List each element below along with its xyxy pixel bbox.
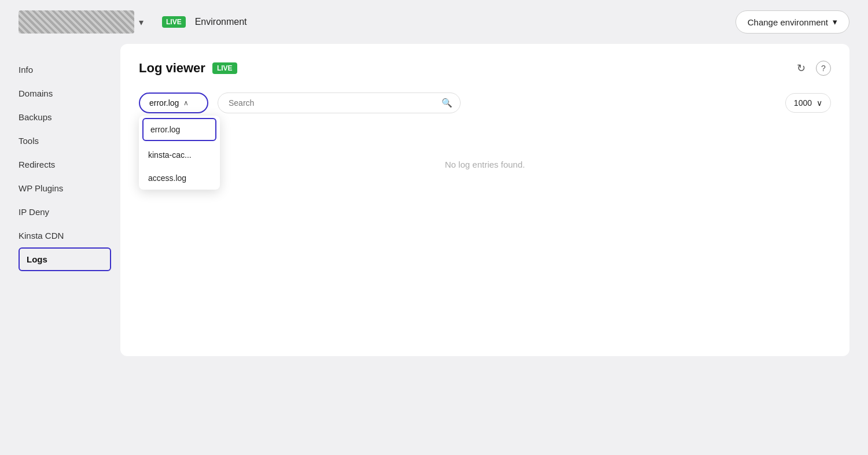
content-panel: Log viewer LIVE ↻ ? error.log ∧ error.lo… (120, 44, 849, 356)
file-dropdown-menu: error.log kinsta-cac... access.log (139, 116, 220, 190)
main-layout: Info Domains Backups Tools Redirects WP … (0, 44, 868, 356)
dropdown-item-access-log[interactable]: access.log (139, 167, 220, 190)
logo (19, 10, 134, 34)
sidebar-item-redirects[interactable]: Redirects (19, 153, 111, 176)
topbar: ▾ LIVE Environment Change environment ▾ (0, 0, 868, 44)
change-env-label: Change environment (748, 17, 828, 27)
file-selector-button[interactable]: error.log ∧ (139, 93, 208, 113)
page-title: Log viewer (139, 61, 205, 76)
logo-chevron-icon[interactable]: ▾ (139, 17, 144, 28)
sidebar-item-wp-plugins[interactable]: WP Plugins (19, 176, 111, 200)
sidebar: Info Domains Backups Tools Redirects WP … (19, 44, 111, 356)
header-icons: ↻ ? (793, 60, 831, 76)
search-input[interactable] (218, 93, 461, 113)
content-title-row: Log viewer LIVE (139, 61, 237, 76)
lines-selector[interactable]: 1000 ∨ (785, 93, 831, 113)
sidebar-item-ip-deny[interactable]: IP Deny (19, 200, 111, 224)
dropdown-item-kinsta-cache[interactable]: kinsta-cac... (139, 143, 220, 167)
content-live-badge: LIVE (212, 62, 237, 74)
sidebar-item-tools[interactable]: Tools (19, 129, 111, 153)
help-button[interactable]: ? (816, 61, 831, 76)
controls-row: error.log ∧ error.log kinsta-cac... acce… (139, 93, 831, 113)
lines-chevron-icon: ∨ (816, 98, 822, 108)
empty-state: No log entries found. (139, 113, 831, 216)
empty-message: No log entries found. (445, 160, 525, 169)
logo-area: ▾ (19, 10, 144, 34)
file-selector-chevron-icon: ∧ (183, 99, 189, 107)
search-icon: 🔍 (442, 98, 453, 108)
dropdown-item-error-log[interactable]: error.log (142, 118, 216, 141)
sidebar-item-info[interactable]: Info (19, 58, 111, 82)
search-wrapper: 🔍 (218, 93, 461, 113)
change-env-chevron-icon: ▾ (833, 17, 837, 27)
lines-value: 1000 (794, 98, 812, 108)
change-environment-button[interactable]: Change environment ▾ (735, 10, 849, 34)
sidebar-item-backups[interactable]: Backups (19, 105, 111, 129)
topbar-environment-label: Environment (195, 17, 247, 27)
sidebar-item-kinsta-cdn[interactable]: Kinsta CDN (19, 224, 111, 247)
file-selector-current: error.log (149, 98, 179, 108)
sidebar-item-domains[interactable]: Domains (19, 82, 111, 105)
refresh-button[interactable]: ↻ (793, 60, 809, 76)
sidebar-item-logs[interactable]: Logs (19, 247, 111, 271)
file-selector: error.log ∧ error.log kinsta-cac... acce… (139, 93, 208, 113)
topbar-live-badge: LIVE (162, 16, 186, 28)
content-header: Log viewer LIVE ↻ ? (139, 60, 831, 76)
